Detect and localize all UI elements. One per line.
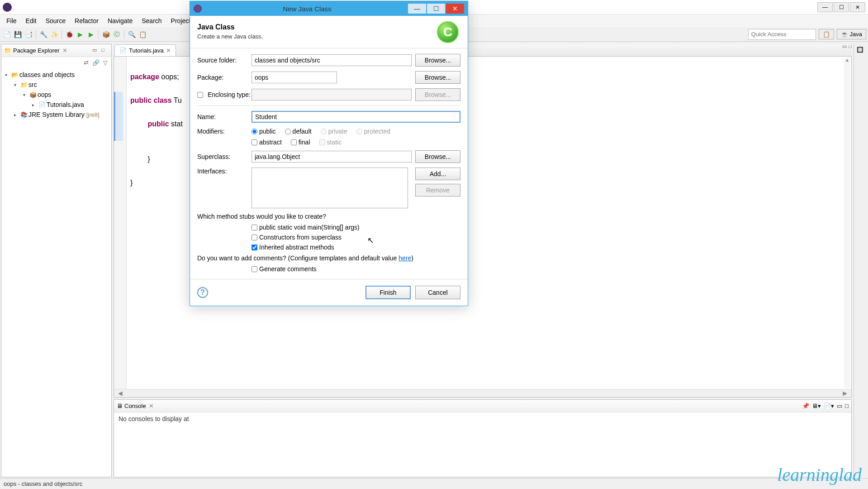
dialog-title-bar[interactable]: New Java Class — ☐ ✕ [190,1,468,16]
scroll-right-icon[interactable]: ► [839,389,851,398]
source-folder-input[interactable] [251,54,412,66]
tree-project[interactable]: ▾ 📂 classes and objects [1,70,111,80]
new-console-icon[interactable]: 📄▾ [824,403,834,409]
console-body: No consoles to display at [114,412,851,425]
editor-tab-tutorials[interactable]: 📄 Tutorials.java ✕ [114,44,176,56]
link-editor-icon[interactable]: 🔗 [92,59,100,66]
modifier-default-radio[interactable] [285,129,291,134]
java-perspective-button[interactable]: ☕ Java [837,29,866,39]
help-icon[interactable]: ? [197,287,208,298]
enclosing-type-checkbox[interactable] [197,92,203,98]
name-input[interactable] [251,111,460,123]
scroll-up-icon[interactable]: ▲ [844,58,850,62]
package-input[interactable] [251,72,337,83]
browse-source-button[interactable]: Browse... [415,54,460,67]
quick-access-input[interactable] [748,29,816,40]
superclass-input[interactable] [251,151,412,163]
tree-package[interactable]: ▾ 📦 oops [1,90,111,100]
finish-button[interactable]: Finish [365,286,411,299]
modifier-private-radio [321,129,327,134]
eclipse-icon [3,3,12,12]
tree-src-folder[interactable]: ▾ 📁 src [1,80,111,90]
new-icon[interactable]: 📄 [2,29,12,39]
menu-navigate[interactable]: Navigate [103,15,137,26]
dialog-maximize-button[interactable]: ☐ [427,4,445,14]
eclipse-minimize-button[interactable]: — [817,2,833,12]
eclipse-close-button[interactable]: ✕ [850,2,865,12]
open-perspective-button[interactable]: 📋 [819,29,834,39]
modifier-abstract-checkbox[interactable] [251,139,257,145]
class-icon: C [437,21,459,43]
folder-icon: 📁 [4,47,11,54]
outline-view-icon[interactable]: 🔲 [854,44,867,56]
modifier-static-checkbox [319,139,325,145]
dialog-minimize-button[interactable]: — [408,4,426,14]
scroll-left-icon[interactable]: ◄ [114,389,127,398]
stub-inherited-checkbox[interactable] [251,244,257,250]
menu-file[interactable]: File [2,15,21,26]
configure-templates-link[interactable]: here [398,254,411,262]
java-file-icon: 📄 [38,101,47,108]
package-explorer-title: Package Explorer [13,47,60,54]
modifier-public-radio[interactable] [251,129,257,134]
open-task-icon[interactable]: 🔍 [127,29,137,39]
tree-java-file[interactable]: ▸ 📄 Tutorials.java [1,100,111,110]
watermark: learninglad [777,464,862,485]
run-last-icon[interactable]: ▶ [86,29,96,39]
pin-console-icon[interactable]: 📌 [802,403,809,409]
view-menu-icon[interactable]: ▽ [103,59,108,66]
run-icon[interactable]: ▶ [75,29,85,39]
cancel-button[interactable]: Cancel [415,286,460,299]
max-console-icon[interactable]: □ [845,403,849,409]
save-icon[interactable]: 💾 [13,29,23,39]
stub-constructors-checkbox[interactable] [251,235,257,240]
expand-icon: ▾ [5,72,11,77]
new-package-icon[interactable]: 📦 [101,29,111,39]
interfaces-list[interactable] [251,168,408,208]
dialog-banner-title: Java Class [197,23,263,31]
debug-icon[interactable]: 🐞 [64,29,74,39]
console-title: Console [124,403,146,409]
add-interface-button[interactable]: Add... [415,168,460,180]
package-icon: 📦 [29,91,38,98]
code-content: package oops; public class Tu public sta… [130,59,183,201]
menu-source[interactable]: Source [41,15,70,26]
tree-jre-library[interactable]: ▸ 📚 JRE System Library [jre8] [1,110,111,120]
console-icon: 🖥 [117,403,123,409]
minimize-editor-icon[interactable]: ▭ [842,43,847,49]
dialog-close-button[interactable]: ✕ [446,4,464,14]
maximize-editor-icon[interactable]: □ [849,43,852,49]
package-label: Package: [197,74,251,81]
min-console-icon[interactable]: ▭ [837,403,842,409]
source-folder-label: Source folder: [197,57,251,64]
tool2-icon[interactable]: 📋 [138,29,147,39]
menu-edit[interactable]: Edit [21,15,41,26]
collapse-all-icon[interactable]: ⇄ [84,59,89,66]
browse-superclass-button[interactable]: Browse... [415,150,460,163]
expand-icon: ▸ [32,102,38,107]
display-console-icon[interactable]: 🖥▾ [812,403,821,409]
minimize-view-icon[interactable]: ▭ [92,47,100,54]
save-all-icon[interactable]: 📑 [24,29,33,39]
expand-icon: ▸ [14,112,20,117]
close-icon[interactable]: ✕ [62,47,67,54]
close-console-icon[interactable]: ✕ [149,403,154,409]
eclipse-maximize-button[interactable]: ☐ [834,2,849,12]
new-class-icon[interactable]: Ⓒ [112,29,122,39]
interfaces-label: Interfaces: [197,168,251,175]
menu-refactor[interactable]: Refactor [70,15,103,26]
source-folder-icon: 📁 [20,82,28,88]
dialog-banner-subtitle: Create a new Java class. [197,33,263,40]
close-tab-icon[interactable]: ✕ [166,47,171,54]
tool-icon[interactable]: ✨ [49,29,59,39]
open-type-icon[interactable]: 🔧 [38,29,48,39]
stub-main-checkbox[interactable] [251,225,257,230]
generate-comments-checkbox[interactable] [251,266,257,272]
enclosing-type-input [251,89,412,101]
browse-package-button[interactable]: Browse... [415,71,460,84]
maximize-view-icon[interactable]: □ [101,47,109,54]
modifier-final-checkbox[interactable] [291,139,297,145]
menu-search[interactable]: Search [137,15,166,26]
comments-question: Do you want to add comments? (Configure … [197,254,460,262]
superclass-label: Superclass: [197,153,251,160]
